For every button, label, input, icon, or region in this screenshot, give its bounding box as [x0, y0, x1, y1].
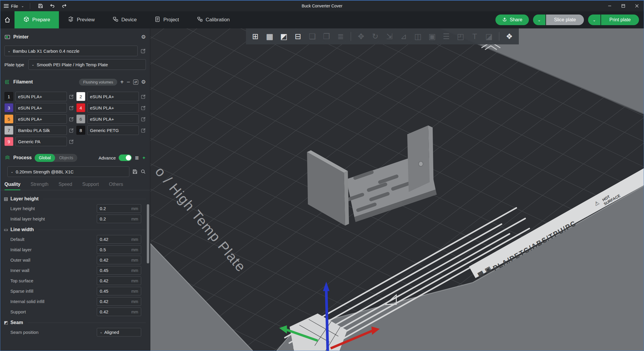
filament-slot-7: 7Bambu PLA Silk	[4, 125, 74, 135]
save-preset-button[interactable]	[132, 169, 138, 174]
scope-objects-button[interactable]: Objects	[55, 154, 77, 162]
add-filament-button[interactable]: +	[120, 79, 124, 85]
filament-name-field[interactable]: eSUN PLA+	[87, 114, 139, 124]
param-select[interactable]: ⌄Aligned	[97, 328, 141, 336]
redo-button[interactable]	[60, 2, 69, 10]
tab-preview[interactable]: Preview	[59, 11, 103, 28]
process-tab-quality[interactable]: Quality	[4, 182, 20, 190]
filament-edit-button[interactable]	[141, 128, 146, 133]
auto-orient-icon[interactable]: ◩	[277, 30, 290, 43]
filament-color-swatch[interactable]: 8	[76, 126, 85, 135]
filament-edit-button[interactable]	[69, 94, 74, 99]
process-tab-others[interactable]: Others	[109, 182, 123, 190]
printer-edit-button[interactable]	[141, 48, 146, 54]
slice-options-chevron[interactable]: ⌄	[533, 15, 545, 25]
param-group-seam: ◩Seam	[4, 320, 146, 325]
process-preset-select[interactable]: ⌄ 0.20mm Strength @BBL X1C	[7, 166, 129, 177]
filament-color-swatch[interactable]: 3	[4, 103, 13, 112]
process-tab-support[interactable]: Support	[82, 182, 99, 190]
filament-edit-button[interactable]	[69, 139, 74, 144]
filament-edit-button[interactable]	[141, 105, 146, 110]
filament-color-swatch[interactable]: 4	[76, 103, 85, 112]
param-input[interactable]: 0.5mm	[97, 245, 141, 254]
process-tab-strength[interactable]: Strength	[30, 182, 48, 190]
filament-edit-button[interactable]	[141, 94, 146, 99]
print-plate-split-button: ⌄ Print plate	[588, 15, 639, 25]
filament-color-swatch[interactable]: 5	[4, 115, 13, 123]
param-input[interactable]: 0.42mm	[97, 297, 141, 306]
filament-color-swatch[interactable]: 7	[4, 126, 13, 135]
param-input[interactable]: 0.42mm	[97, 276, 141, 285]
printer-preset-value: Bambu Lab X1 Carbon 0.4 nozzle	[13, 49, 79, 54]
filament-edit-button[interactable]	[69, 105, 74, 110]
rotate-icon: ↻	[369, 30, 382, 43]
file-menu-chevron-icon[interactable]: ⌄	[21, 4, 24, 8]
save-button[interactable]	[36, 2, 45, 10]
printer-preset-select[interactable]: ⌄ Bambu Lab X1 Carbon 0.4 nozzle	[4, 46, 138, 56]
tab-calibration[interactable]: Calibration	[188, 11, 239, 28]
add-plate-icon[interactable]: ▦	[263, 30, 276, 43]
arrange-icon[interactable]: ⊟	[292, 30, 305, 43]
filament-name-field[interactable]: eSUN PLA+	[15, 103, 67, 112]
param-input[interactable]: 0.42mm	[97, 256, 141, 264]
filament-name-field[interactable]: eSUN PLA+	[87, 103, 139, 112]
param-input[interactable]: 0.2mm	[97, 204, 141, 213]
maximize-button[interactable]	[616, 1, 630, 11]
param-input[interactable]: 0.45mm	[97, 266, 141, 275]
filament-color-swatch[interactable]: 1	[4, 92, 13, 101]
filament-edit-button[interactable]	[141, 117, 146, 122]
filament-name-field[interactable]: eSUN PLA+	[15, 114, 67, 124]
printer-settings-gear-icon[interactable]: ⚙	[141, 34, 146, 40]
home-button[interactable]	[0, 11, 15, 28]
filament-settings-gear-icon[interactable]: ⚙	[141, 79, 146, 85]
param-row-sparse-infill: Sparse infill0.45mm	[4, 286, 146, 296]
add-model-icon[interactable]: ⊞	[249, 30, 262, 43]
param-input[interactable]: 0.42mm	[97, 235, 141, 244]
share-button[interactable]: Share	[495, 15, 529, 25]
tab-prepare[interactable]: Prepare	[15, 11, 59, 28]
sidebar-scrollbar[interactable]	[147, 204, 149, 263]
scope-global-button[interactable]: Global	[35, 154, 55, 162]
tab-device[interactable]: Device	[104, 11, 146, 28]
minimize-button[interactable]	[603, 1, 616, 11]
plate-type-select[interactable]: ⌄ Smooth PEI Plate / High Temp Plate	[28, 59, 146, 70]
print-options-chevron[interactable]: ⌄	[588, 15, 600, 25]
filament-name-field[interactable]: Generic PETG	[87, 125, 139, 135]
filament-name-field[interactable]: Generic PA	[15, 137, 67, 146]
ams-sync-icon[interactable]: ⇄	[133, 80, 138, 85]
process-tab-speed[interactable]: Speed	[59, 182, 72, 190]
filament-name-field[interactable]: eSUN PLA+	[87, 92, 139, 101]
group-icon: ◩	[4, 320, 8, 325]
slice-plate-button[interactable]: Slice plate	[546, 15, 584, 25]
param-group-line-width: ▭Line width	[4, 227, 146, 232]
file-menu[interactable]: File	[4, 4, 18, 9]
chevron-down-icon: ⌄	[11, 170, 13, 174]
parameter-table-icon[interactable]: ≣	[135, 155, 139, 161]
param-input[interactable]: 0.45mm	[97, 287, 141, 295]
search-preset-button[interactable]	[141, 169, 146, 174]
tab-project[interactable]: Project	[146, 11, 188, 28]
split-to-parts-icon: ▣	[426, 30, 439, 43]
filament-color-swatch[interactable]: 9	[4, 137, 13, 146]
close-button[interactable]	[630, 1, 644, 11]
assembly-view-icon[interactable]: ❖	[503, 30, 516, 43]
print-plate-button[interactable]: Print plate	[601, 15, 639, 25]
filament-edit-button[interactable]	[69, 117, 74, 122]
group-title: Line width	[10, 227, 34, 232]
3d-viewport[interactable]: ▦ ▣ PLA/PETG/ABS/TPU/PC ⚠ HOT SURFACE o …	[150, 28, 644, 351]
advance-toggle[interactable]	[119, 154, 132, 161]
undo-button[interactable]	[48, 2, 57, 10]
filament-edit-button[interactable]	[69, 128, 74, 133]
process-scope-toggle: Global Objects	[35, 154, 77, 162]
filament-color-swatch[interactable]: 6	[76, 115, 85, 123]
param-input[interactable]: 0.42mm	[97, 307, 141, 316]
parameter-wizard-icon[interactable]: ✦	[142, 155, 146, 161]
filament-color-swatch[interactable]: 2	[76, 92, 85, 101]
remove-filament-button[interactable]: −	[127, 79, 130, 85]
filament-name-field[interactable]: Bambu PLA Silk	[15, 125, 67, 135]
flushing-volumes-button[interactable]: Flushing volumes	[79, 79, 117, 86]
param-input[interactable]: 0.2mm	[97, 215, 141, 223]
param-row-seam-position: Seam position⌄Aligned	[4, 327, 146, 337]
filament-name-field[interactable]: eSUN PLA+	[15, 92, 67, 101]
filament-spool-icon	[4, 79, 10, 85]
